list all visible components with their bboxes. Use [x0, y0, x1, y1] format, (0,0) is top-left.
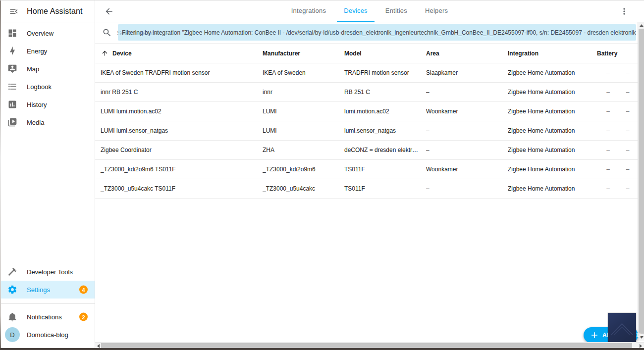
cell-battery: –: [597, 89, 619, 96]
bell-icon: [7, 311, 18, 322]
cell-area: –: [426, 147, 508, 153]
cell-extra: –: [619, 89, 636, 96]
cell-device: LUMI lumi.motion.ac02: [95, 108, 263, 115]
cell-battery: –: [597, 127, 619, 134]
cell-integration: Zigbee Home Automation: [508, 147, 597, 153]
device-table-body: IKEA of Sweden TRADFRI motion sensor IKE…: [95, 63, 644, 199]
cell-extra: –: [619, 127, 636, 134]
column-header-area[interactable]: Area: [426, 50, 508, 57]
window-left-edge: [0, 0, 1, 350]
sidebar-item-label: Map: [27, 65, 39, 73]
cell-device: _TZ3000_kdi2o9m6 TS011F: [95, 166, 263, 173]
sidebar-item-settings[interactable]: Settings 4: [0, 281, 95, 299]
app-title: Home Assistant: [27, 7, 83, 16]
sidebar-toggle-icon[interactable]: [6, 3, 22, 19]
sidebar: Home Assistant Overview Energy: [0, 0, 95, 349]
sidebar-item-profile[interactable]: D Domotica-blog: [0, 326, 95, 344]
table-row[interactable]: _TZ3000_u5u4cakc TS011F _TZ3000_u5u4cakc…: [95, 179, 644, 199]
table-empty-area: [95, 199, 644, 349]
scroll-right-arrow-icon[interactable]: [640, 344, 642, 348]
tab-helpers[interactable]: Helpers: [418, 0, 455, 22]
vertical-scrollbar-thumb[interactable]: [639, 29, 644, 334]
sidebar-item[interactable]: Map: [0, 60, 95, 78]
notifications-badge: 2: [79, 313, 88, 321]
sidebar-item[interactable]: Media: [0, 113, 95, 131]
cell-integration: Zigbee Home Automation: [508, 166, 597, 173]
cell-area: Woonkamer: [426, 108, 508, 115]
scroll-up-arrow-icon[interactable]: [640, 24, 644, 27]
cell-device: Zigbee Coordinator: [95, 147, 263, 153]
profile-name: Domotica-blog: [27, 331, 68, 339]
cell-manufacturer: _TZ3000_kdi2o9m6: [263, 166, 344, 173]
cell-integration: Zigbee Home Automation: [508, 108, 597, 115]
cell-device: _TZ3000_u5u4cakc TS011F: [95, 185, 263, 192]
table-row[interactable]: LUMI lumi.motion.ac02 LUMI lumi.motion.a…: [95, 102, 644, 121]
cell-model: lumi.sensor_natgas: [344, 127, 426, 134]
sidebar-item-icon: [7, 99, 18, 110]
column-header-integration[interactable]: Integration: [508, 50, 597, 57]
table-row[interactable]: LUMI lumi.sensor_natgas LUMI lumi.sensor…: [95, 121, 644, 141]
tab-devices[interactable]: Devices: [337, 0, 375, 22]
cell-battery: –: [597, 166, 619, 173]
sidebar-item[interactable]: History: [0, 96, 95, 113]
cell-manufacturer: _TZ3000_u5u4cakc: [263, 185, 344, 192]
cell-area: Woonkamer: [426, 166, 508, 173]
cell-model: TS011F: [344, 185, 426, 192]
sidebar-item-icon: [7, 28, 18, 39]
table-row[interactable]: innr RB 251 C innr RB 251 C – Zigbee Hom…: [95, 83, 644, 102]
cell-device: IKEA of Sweden TRADFRI motion sensor: [95, 69, 263, 76]
sidebar-item-icon: [7, 63, 18, 74]
overflow-menu-icon[interactable]: [615, 2, 633, 20]
search-icon: [101, 27, 113, 39]
cell-extra: –: [619, 108, 636, 115]
sidebar-item-label: Media: [27, 119, 44, 126]
hammer-icon: [7, 266, 18, 277]
cell-device: innr RB 251 C: [95, 89, 263, 96]
cell-battery: –: [597, 185, 619, 192]
cell-manufacturer: innr: [263, 89, 344, 96]
cell-integration: Zigbee Home Automation: [508, 127, 597, 134]
sidebar-divider: [0, 303, 95, 304]
sidebar-item[interactable]: Energy: [0, 42, 95, 60]
column-header-battery[interactable]: Battery: [597, 50, 636, 57]
cell-device: LUMI lumi.sensor_natgas: [95, 127, 263, 134]
cell-integration: Zigbee Home Automation: [508, 185, 597, 192]
filter-chip[interactable]: Filtering by integration "Zigbee Home Au…: [118, 24, 636, 41]
table-row[interactable]: _TZ3000_kdi2o9m6 TS011F _TZ3000_kdi2o9m6…: [95, 160, 644, 179]
cell-manufacturer: ZHA: [263, 147, 344, 153]
sidebar-nav: Overview Energy Map Logbook: [0, 22, 95, 131]
home-assistant-logo-tile: [608, 313, 636, 344]
cell-area: –: [426, 185, 508, 192]
table-row[interactable]: IKEA of Sweden TRADFRI motion sensor IKE…: [95, 63, 644, 83]
cell-battery: –: [597, 69, 619, 76]
sidebar-item-icon: [7, 117, 18, 128]
cell-model: RB 251 C: [344, 89, 426, 96]
sidebar-item[interactable]: Overview: [0, 24, 95, 42]
sidebar-item-label: History: [27, 101, 47, 108]
sidebar-item-label: Logbook: [27, 83, 52, 91]
column-header-model[interactable]: Model: [344, 50, 426, 57]
back-arrow-icon[interactable]: [99, 1, 119, 21]
cell-manufacturer: LUMI: [263, 127, 344, 134]
table-row[interactable]: Zigbee Coordinator ZHA deCONZ = dresden …: [95, 141, 644, 160]
sidebar-item[interactable]: Logbook: [0, 78, 95, 96]
home-assistant-window: Home Assistant Overview Energy: [0, 0, 644, 350]
tab-bar: Integrations Devices Entities Helpers: [95, 0, 644, 22]
sidebar-item-label: Settings: [27, 286, 50, 294]
tab-entities[interactable]: Entities: [378, 0, 414, 22]
cell-extra: –: [619, 147, 636, 153]
vertical-scrollbar[interactable]: [638, 22, 644, 341]
column-header-manufacturer[interactable]: Manufacturer: [263, 50, 344, 57]
column-header-device[interactable]: Device: [95, 50, 263, 57]
tab-integrations[interactable]: Integrations: [284, 0, 333, 22]
cell-extra: –: [619, 185, 636, 192]
cell-area: –: [426, 89, 508, 96]
gear-icon: [7, 284, 18, 295]
sidebar-item-notifications[interactable]: Notifications 2: [0, 308, 95, 326]
scroll-left-arrow-icon[interactable]: [97, 344, 100, 348]
sidebar-item-label: Notifications: [27, 313, 62, 321]
sidebar-item-icon: [7, 46, 18, 56]
sort-arrow-up-icon: [101, 50, 109, 57]
sidebar-item-developer-tools[interactable]: Developer Tools: [0, 263, 95, 281]
search-bar[interactable]: Search devices Filtering by integration …: [95, 22, 644, 44]
